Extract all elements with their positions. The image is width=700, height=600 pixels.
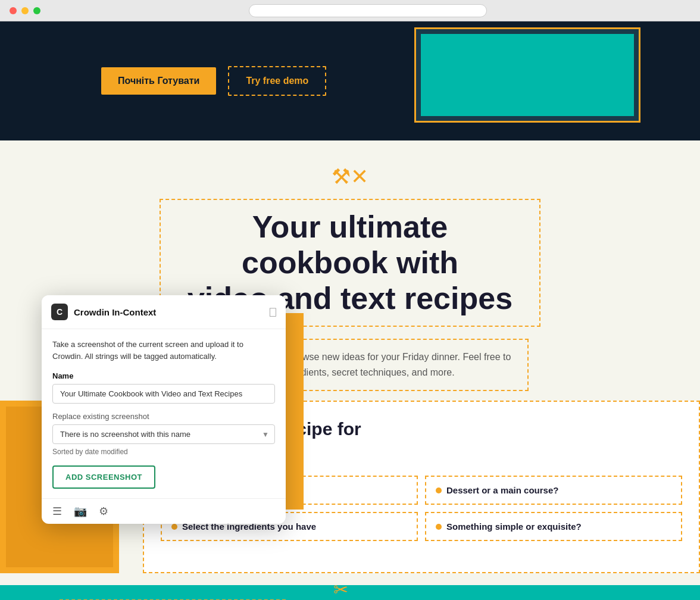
crowdin-title: Crowdin In-Context xyxy=(74,307,156,317)
utensil-icon: ⚒✕ xyxy=(332,164,368,189)
crowdin-body: Take a screenshot of the current screen … xyxy=(42,329,286,498)
top-section: Почніть Готувати Try free demo xyxy=(0,21,700,140)
crowdin-logo-icon: C xyxy=(51,304,68,320)
browser-dot-green[interactable] xyxy=(33,7,40,14)
crowdin-sort-text: Sorted by date modified xyxy=(52,448,275,456)
bottom-cta: o cook your best lasagna ldant? Start Co… xyxy=(0,585,700,600)
crowdin-panel: C Crowdin In-Context ⎕ Take a screenshot… xyxy=(42,295,286,524)
list-icon[interactable]: ☰ xyxy=(52,505,62,518)
recipe-dot-3 xyxy=(171,524,177,530)
recipe-dot-4 xyxy=(436,524,442,530)
page-wrapper: Почніть Готувати Try free demo ⚒✕ Your u… xyxy=(0,21,700,600)
crowdin-select-wrapper: There is no screenshot with this name ▼ xyxy=(52,424,275,444)
monitor-icon[interactable]: ⎕ xyxy=(270,306,276,318)
browser-address-bar[interactable] xyxy=(249,4,487,17)
recipe-dot-2 xyxy=(436,488,442,493)
crowdin-footer: ☰ 📷 ⚙ xyxy=(42,498,286,524)
crowdin-name-input[interactable] xyxy=(52,384,275,404)
recipe-option-2[interactable]: Dessert or a main course? xyxy=(425,476,682,505)
try-free-demo-button[interactable]: Try free demo xyxy=(228,66,326,96)
recipe-option-label-2: Dessert or a main course? xyxy=(446,485,558,495)
crowdin-replace-label: Replace existing screenshot xyxy=(52,412,275,421)
video-placeholder xyxy=(414,27,640,123)
start-cooking-button-top[interactable]: Почніть Готувати xyxy=(101,67,216,95)
recipe-option-label-4: Something simple or exquisite? xyxy=(446,521,582,532)
recipe-option-4[interactable]: Something simple or exquisite? xyxy=(425,512,682,541)
crowdin-header: C Crowdin In-Context ⎕ xyxy=(42,295,286,329)
settings-icon[interactable]: ⚙ xyxy=(99,505,108,518)
crowdin-description: Take a screenshot of the current screen … xyxy=(52,339,275,362)
crowdin-name-label: Name xyxy=(52,371,275,380)
scissors-icon: ✂ xyxy=(333,579,348,600)
crowdin-screenshot-select[interactable]: There is no screenshot with this name xyxy=(52,424,275,444)
video-inner xyxy=(421,34,634,116)
add-screenshot-button[interactable]: ADD SCREENSHOT xyxy=(52,465,155,489)
crowdin-logo-area: C Crowdin In-Context xyxy=(51,304,156,320)
browser-chrome xyxy=(0,0,700,21)
camera-icon[interactable]: 📷 xyxy=(74,505,87,518)
headline-line1: Your ultimate cookbook with xyxy=(242,210,458,280)
browser-dot-red[interactable] xyxy=(10,7,17,14)
browser-dot-yellow[interactable] xyxy=(21,7,29,14)
